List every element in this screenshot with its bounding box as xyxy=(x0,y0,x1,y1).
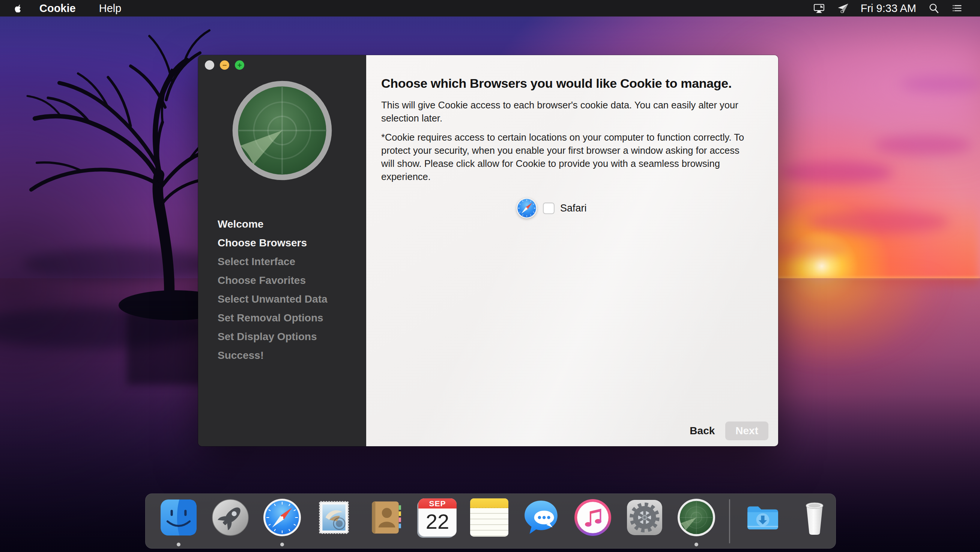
cookie-radar-icon xyxy=(677,498,716,537)
wizard-content: Choose which Browsers you would like Coo… xyxy=(366,55,778,446)
menu-item-help[interactable]: Help xyxy=(99,2,122,14)
access-note-paragraph: *Cookie requires access to certain locat… xyxy=(381,131,753,183)
dock-item-finder[interactable] xyxy=(159,498,198,537)
contacts-icon xyxy=(367,498,405,537)
dock-item-itunes[interactable] xyxy=(574,498,612,537)
intro-paragraph: This will give Cookie access to each bro… xyxy=(381,98,753,125)
downloads-folder-icon xyxy=(744,498,782,537)
spotlight-search-icon[interactable] xyxy=(928,2,940,14)
itunes-icon xyxy=(574,498,612,537)
browser-checkbox[interactable] xyxy=(543,203,555,214)
wizard-step-set-display-options[interactable]: Set Display Options xyxy=(198,327,366,346)
display-icon[interactable] xyxy=(813,2,826,14)
dock-item-trash[interactable] xyxy=(795,498,834,537)
notification-center-icon[interactable] xyxy=(951,2,964,14)
safari-browser-icon xyxy=(516,198,537,219)
wizard-step-choose-browsers[interactable]: Choose Browsers xyxy=(198,234,366,252)
wizard-step-success[interactable]: Success! xyxy=(198,346,366,365)
notes-icon xyxy=(470,498,508,508)
mail-icon xyxy=(315,498,353,537)
dock-item-downloads[interactable] xyxy=(744,498,782,537)
browser-row-safari: Safari xyxy=(516,198,587,219)
apple-icon[interactable] xyxy=(14,3,24,14)
running-indicator xyxy=(694,542,698,546)
wizard-sidebar: − + WelcomeChoose BrowsersSelect Interfa… xyxy=(198,55,366,446)
minimize-button[interactable]: − xyxy=(220,60,229,70)
dock-item-cookie[interactable] xyxy=(677,498,716,537)
dock-item-launchpad[interactable] xyxy=(211,498,250,537)
back-button[interactable]: Back xyxy=(690,425,715,437)
page-title: Choose which Browsers you would like Coo… xyxy=(381,76,756,91)
launchpad-icon xyxy=(211,498,250,537)
next-button[interactable]: Next xyxy=(725,422,768,440)
wizard-step-select-unwanted-data[interactable]: Select Unwanted Data xyxy=(198,290,366,309)
dock-item-contacts[interactable] xyxy=(367,498,405,537)
radar-icon xyxy=(231,80,333,181)
running-indicator xyxy=(177,542,180,546)
zoom-button[interactable]: + xyxy=(235,60,244,70)
dock-item-system-preferences[interactable] xyxy=(625,498,664,537)
system-preferences-icon xyxy=(625,498,664,537)
dock-item-calendar[interactable]: SEP 22 xyxy=(418,498,457,537)
calendar-month: SEP xyxy=(418,498,457,509)
running-indicator xyxy=(280,542,284,546)
close-button[interactable] xyxy=(205,60,214,70)
wizard-step-select-interface[interactable]: Select Interface xyxy=(198,252,366,271)
menu-bar: Cookie Help Fri 9:33 AM xyxy=(0,0,980,16)
browser-label: Safari xyxy=(560,203,587,214)
finder-icon xyxy=(159,498,198,537)
calendar-day: 22 xyxy=(418,509,457,535)
cursor-arrow-icon[interactable] xyxy=(837,2,850,14)
cookie-setup-window: − + WelcomeChoose BrowsersSelect Interfa… xyxy=(198,55,778,446)
menu-clock[interactable]: Fri 9:33 AM xyxy=(861,2,916,14)
wizard-step-set-removal-options[interactable]: Set Removal Options xyxy=(198,309,366,327)
trash-icon xyxy=(795,498,834,537)
dock-item-notes[interactable] xyxy=(470,498,508,537)
wizard-steps: WelcomeChoose BrowsersSelect InterfaceCh… xyxy=(198,215,366,365)
messages-icon xyxy=(522,498,560,537)
safari-icon xyxy=(263,498,301,537)
wizard-step-welcome[interactable]: Welcome xyxy=(198,215,366,234)
dock-item-messages[interactable] xyxy=(522,498,560,537)
dock-item-mail[interactable] xyxy=(315,498,353,537)
tree-silhouette xyxy=(0,10,221,396)
dock-separator xyxy=(729,499,730,543)
dock: SEP 22 xyxy=(145,493,836,549)
menu-app-name[interactable]: Cookie xyxy=(40,2,76,14)
dock-item-safari[interactable] xyxy=(263,498,301,537)
wizard-step-choose-favorites[interactable]: Choose Favorites xyxy=(198,271,366,290)
